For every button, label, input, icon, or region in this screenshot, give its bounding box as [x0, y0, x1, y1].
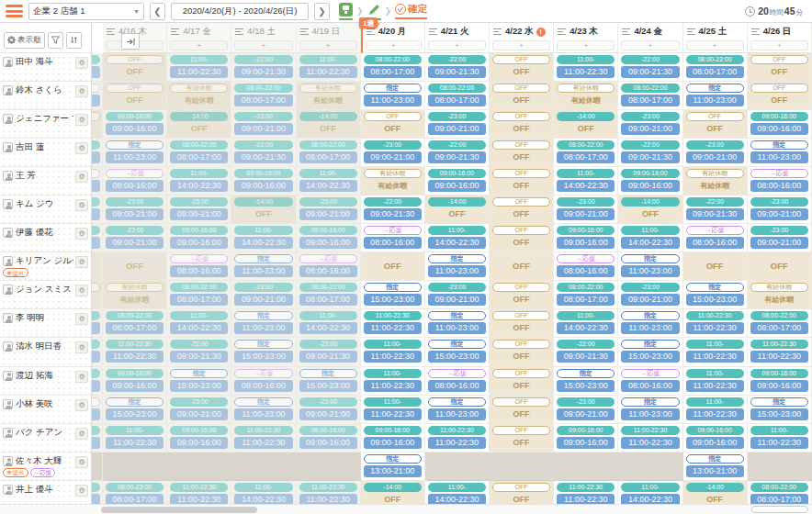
- shift-cell[interactable]: [748, 453, 812, 481]
- date-header-row[interactable]: 4/23 木: [554, 23, 617, 40]
- shift-cell[interactable]: 09:00-16:0009:00-16:00: [167, 224, 231, 252]
- shift-cell[interactable]: 指定15:00-23:00: [425, 338, 490, 366]
- shift-cell[interactable]: OFF: [490, 252, 554, 281]
- shift-cell[interactable]: OFF: [748, 252, 812, 281]
- shift-cell[interactable]: -23:0009:00-21:00: [618, 281, 682, 309]
- staff-settings-button[interactable]: ⚙: [75, 341, 88, 353]
- shift-cell[interactable]: 指定11:00-23:00: [231, 309, 296, 338]
- sort-button[interactable]: [66, 32, 82, 49]
- menu-icon[interactable]: [6, 5, 23, 17]
- scrollbar-thumb[interactable]: [101, 507, 257, 513]
- shift-cell[interactable]: 指定11:00-23:00: [683, 82, 748, 110]
- shift-cell[interactable]: 08:00-22:0008:00-17:00: [167, 139, 231, 167]
- shift-cell[interactable]: 11:00-11:00-22:30: [103, 424, 167, 453]
- staff-settings-button[interactable]: ⚙: [75, 228, 88, 240]
- staff-settings-button[interactable]: ⚙: [75, 399, 88, 411]
- shift-cell[interactable]: -23:0009:00-21:00: [425, 110, 490, 139]
- date-header-row[interactable]: 4/18 土: [231, 23, 295, 40]
- shift-cell[interactable]: [103, 453, 167, 481]
- shift-cell[interactable]: -22:0009:00-21:30: [361, 196, 425, 224]
- shift-cell[interactable]: 11:00-11:00-22:30: [297, 53, 361, 82]
- shift-cell[interactable]: OFFOFF: [748, 82, 812, 110]
- shift-cell[interactable]: 指定13:00-21:00: [683, 453, 748, 481]
- shift-cell[interactable]: OFFOFF: [103, 82, 167, 110]
- add-shift-button[interactable]: +: [621, 40, 679, 50]
- shift-cell[interactable]: [554, 453, 618, 481]
- shift-cell[interactable]: -22:0009:00-21:30: [231, 53, 296, 82]
- shift-cell[interactable]: -23:0009:00-21:00: [361, 139, 425, 167]
- shift-cell[interactable]: 08:00-22:0008:00-17:00: [748, 309, 812, 338]
- add-shift-button[interactable]: +: [492, 40, 550, 50]
- shift-cell[interactable]: OFFOFF: [490, 309, 554, 338]
- shift-cell[interactable]: 11:00-14:00-22:30: [554, 167, 618, 196]
- shift-cell[interactable]: 指定11:00-23:00: [618, 396, 682, 424]
- shift-cell[interactable]: [425, 453, 490, 481]
- shift-cell[interactable]: OFFOFF: [490, 53, 554, 82]
- shift-cell[interactable]: 08:00-22:0008:00-17:00: [361, 53, 425, 82]
- shift-cell[interactable]: -14:00OFF: [231, 196, 296, 224]
- shift-cell[interactable]: 指定15:00-23:00: [748, 396, 812, 424]
- date-header-row[interactable]: 4/19 日: [297, 23, 360, 40]
- shift-cell[interactable]: 有給休暇有給休暇: [297, 82, 361, 110]
- shift-cell[interactable]: -23:0009:00-21:00: [297, 396, 361, 424]
- prev-week-button[interactable]: ❮: [150, 3, 165, 20]
- staff-settings-button[interactable]: ⚙: [75, 371, 88, 383]
- staff-settings-button[interactable]: ⚙: [75, 256, 88, 268]
- shift-cell[interactable]: 09:00-16:0009:00-16:00: [297, 424, 361, 453]
- shift-cell[interactable]: 11:00-14:00-22:30: [231, 224, 296, 252]
- add-shift-button[interactable]: +: [234, 40, 292, 50]
- shift-cell[interactable]: 11:00-14:00-22:30: [554, 309, 618, 338]
- shift-cell[interactable]: 有給休暇有給休暇: [554, 82, 618, 110]
- add-shift-button[interactable]: +: [557, 40, 615, 50]
- shift-cell[interactable]: 11:00-11:00-22:30: [361, 338, 425, 366]
- shift-cell[interactable]: -23:0009:00-21:00: [297, 196, 361, 224]
- staff-settings-button[interactable]: ⚙: [75, 142, 88, 154]
- date-range-display[interactable]: 2020/4/20(月) - 2020/4/26(日): [171, 3, 309, 20]
- shift-cell[interactable]: -22:0009:00-21:30: [425, 139, 490, 167]
- shift-cell[interactable]: 09:00-16:0009:00-16:00: [554, 424, 618, 453]
- shift-cell[interactable]: 09:00-16:0009:00-16:00: [425, 167, 490, 196]
- shift-cell[interactable]: 指定15:00-23:00: [167, 367, 231, 396]
- shift-cell[interactable]: 11:00-22:3011:00-22:30: [618, 424, 682, 453]
- shift-cell[interactable]: 指定15:00-23:00: [361, 281, 425, 309]
- shift-cell[interactable]: -22:0009:00-21:30: [618, 53, 682, 82]
- shift-cell[interactable]: -22:0009:00-21:30: [425, 53, 490, 82]
- staff-settings-button[interactable]: ⚙: [75, 114, 88, 126]
- shift-cell[interactable]: [167, 453, 231, 481]
- staff-settings-button[interactable]: ⚙: [75, 285, 88, 296]
- shift-cell[interactable]: →応援08:00-16:00: [425, 367, 490, 396]
- shift-cell[interactable]: [297, 453, 361, 481]
- shift-cell[interactable]: -23:0009:00-21:00: [231, 110, 296, 139]
- shift-cell[interactable]: 指定11:00-23:00: [361, 82, 425, 110]
- shift-cell[interactable]: [231, 453, 296, 481]
- shift-cell[interactable]: -14:00OFF: [425, 196, 490, 224]
- shift-cell[interactable]: OFF: [361, 252, 425, 281]
- shift-cell[interactable]: OFFOFF: [490, 424, 554, 453]
- shift-cell[interactable]: 11:00-11:00-22:30: [683, 396, 748, 424]
- shift-cell[interactable]: [618, 453, 682, 481]
- shift-cell[interactable]: →応援08:00-16:00: [297, 252, 361, 281]
- shift-cell[interactable]: OFFOFF: [103, 53, 167, 82]
- shift-cell[interactable]: OFFOFF: [490, 281, 554, 309]
- staff-settings-button[interactable]: ⚙: [75, 171, 88, 183]
- staff-settings-button[interactable]: ⚙: [75, 485, 88, 497]
- confirm-step[interactable]: 確定: [395, 3, 427, 19]
- shift-cell[interactable]: -23:0009:00-21:00: [425, 281, 490, 309]
- shift-cell[interactable]: 指定11:00-23:00: [425, 309, 490, 338]
- next-week-button[interactable]: ❯: [314, 3, 330, 20]
- shift-cell[interactable]: -14:00OFF: [618, 196, 682, 224]
- shift-cell[interactable]: →応援08:00-16:00: [683, 224, 748, 252]
- shift-cell[interactable]: 11:00-11:00-22:30: [361, 396, 425, 424]
- shift-cell[interactable]: 11:00-11:00-22:30: [683, 367, 748, 396]
- staff-settings-button[interactable]: ⚙: [75, 313, 88, 325]
- shift-cell[interactable]: -14:00OFF: [297, 110, 361, 139]
- shift-cell[interactable]: 08:00-22:0008:00-17:00: [554, 281, 618, 309]
- shift-cell[interactable]: 11:00-11:00-22:30: [554, 53, 618, 82]
- shift-cell[interactable]: -23:0009:00-21:00: [554, 196, 618, 224]
- staff-settings-button[interactable]: ⚙: [75, 428, 88, 440]
- shift-cell[interactable]: 09:00-16:0009:00-16:00: [748, 110, 812, 139]
- shift-cell[interactable]: 09:00-16:0009:00-16:00: [554, 224, 618, 252]
- shift-cell[interactable]: 11:00-22:3011:00-22:30: [748, 338, 812, 366]
- shift-cell[interactable]: -22:0009:00-21:30: [554, 338, 618, 366]
- shift-cell[interactable]: [490, 453, 554, 481]
